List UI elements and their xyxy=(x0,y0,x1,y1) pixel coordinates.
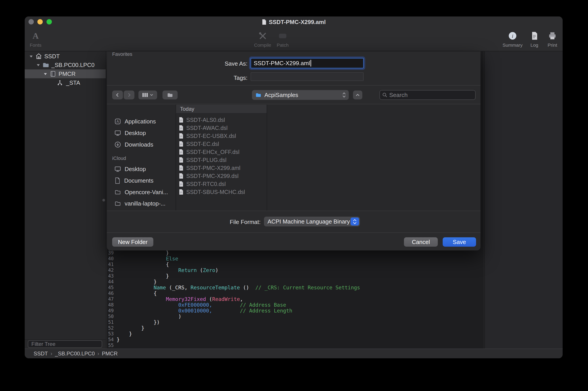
code-lines[interactable]: } Else { Return (Zero) } } Name (_CRS, R… xyxy=(117,250,479,348)
file-row[interactable]: SSDT-EHCx_OFF.dsl xyxy=(176,148,267,156)
maciasl-window: SSDT-PMC-X299.aml A Fonts Compile Patch xyxy=(25,16,563,358)
log-icon xyxy=(530,31,539,41)
tags-label: Tags: xyxy=(107,75,247,81)
search-input[interactable] xyxy=(389,92,473,98)
tree-item-label: PMCR xyxy=(59,71,76,77)
column-view-icon xyxy=(142,92,148,98)
file-row[interactable]: SSDT-SBUS-MCHC.dsl xyxy=(176,188,267,196)
window-title-area: SSDT-PMC-X299.aml xyxy=(25,18,563,26)
search-field[interactable] xyxy=(379,90,475,100)
file-format-popup[interactable]: ACPI Machine Language Binary xyxy=(264,217,360,226)
document-icon xyxy=(179,133,184,139)
sheet-divider xyxy=(107,85,480,86)
sidebar-item-downloads[interactable]: Downloads xyxy=(107,139,175,150)
file-format-value: ACPI Machine Language Binary xyxy=(267,218,350,225)
toolbar-patch-label: Patch xyxy=(277,42,289,48)
file-row[interactable]: SSDT-PMC-X299.aml xyxy=(176,164,267,172)
editor-side-panel xyxy=(484,51,563,349)
downloads-icon xyxy=(115,141,121,148)
file-row[interactable]: SSDT-EC.dsl xyxy=(176,140,267,148)
sheet-divider xyxy=(107,211,480,211)
favorite-label: Documents xyxy=(124,177,154,184)
ssdt-tree-sidebar: SSDT _SB.PC00.LPC0 PMCR xyxy=(25,51,106,349)
sidebar-item-applications[interactable]: A Applications xyxy=(107,116,175,127)
file-name: SSDT-RTC0.dsl xyxy=(186,181,226,187)
file-row[interactable]: SSDT-EC-USBX.dsl xyxy=(176,132,267,140)
definition-block-icon xyxy=(35,53,42,60)
disclosure-triangle[interactable] xyxy=(29,54,34,59)
file-row[interactable]: SSDT-AWAC.dsl xyxy=(176,124,267,132)
sidebar-item-vanilla-folder[interactable]: vanilla-laptop-... xyxy=(107,198,175,209)
toolbar-fonts[interactable]: A Fonts xyxy=(25,31,48,48)
file-row[interactable]: SSDT-PMC-X299.dsl xyxy=(176,172,267,180)
tree-item-ssdt[interactable]: SSDT xyxy=(25,52,106,61)
save-button[interactable]: Save xyxy=(443,237,476,247)
chevron-up-icon xyxy=(353,219,356,221)
file-row[interactable]: SSDT-ALS0.dsl xyxy=(176,116,267,124)
folder-icon xyxy=(167,92,173,98)
desktop-icon xyxy=(115,130,121,136)
toolbar-compile-label: Compile xyxy=(254,42,271,48)
compile-icon xyxy=(258,31,267,41)
sidebar-item-icloud-desktop[interactable]: Desktop xyxy=(107,163,175,175)
filter-tree-field[interactable] xyxy=(28,340,102,348)
favorite-label: Desktop xyxy=(125,166,146,173)
view-mode-button[interactable] xyxy=(138,91,157,99)
new-folder-button[interactable]: New Folder xyxy=(112,237,153,247)
document-icon xyxy=(179,117,184,123)
cancel-label: Cancel xyxy=(412,239,430,246)
tree-item-pmcr[interactable]: PMCR xyxy=(25,69,106,78)
text-caret xyxy=(311,60,311,67)
file-format-label: File Format: xyxy=(107,219,261,225)
column-divider xyxy=(267,104,267,211)
svg-text:i: i xyxy=(512,33,513,39)
folder-icon xyxy=(115,201,121,206)
toolbar-patch[interactable]: Patch xyxy=(270,31,295,48)
icloud-header: iCloud xyxy=(112,155,126,161)
file-name: SSDT-AWAC.dsl xyxy=(186,125,228,131)
file-row[interactable]: SSDT-RTC0.dsl xyxy=(176,180,267,188)
fonts-icon: A xyxy=(32,31,38,41)
favorite-label: Downloads xyxy=(125,141,153,148)
file-name: SSDT-PMC-X299.dsl xyxy=(186,173,238,179)
window-title: SSDT-PMC-X299.aml xyxy=(269,19,326,26)
document-icon xyxy=(179,125,184,131)
forward-button[interactable] xyxy=(124,91,134,99)
sidebar-item-documents[interactable]: Documents xyxy=(107,175,175,186)
toolbar-fonts-label: Fonts xyxy=(30,42,42,48)
file-list: SSDT-ALS0.dsl SSDT-AWAC.dsl xyxy=(176,116,267,196)
file-name: SSDT-ALS0.dsl xyxy=(186,117,225,123)
chevron-right-icon xyxy=(127,93,131,98)
document-icon xyxy=(179,165,184,171)
favorite-label: Applications xyxy=(125,118,156,125)
collapse-panel-button[interactable] xyxy=(353,91,362,99)
filter-tree-input[interactable] xyxy=(31,341,100,347)
toolbar-summary[interactable]: i Summary xyxy=(500,31,525,48)
toolbar-print[interactable]: Print xyxy=(540,31,563,48)
file-row[interactable]: SSDT-PLUG.dsl xyxy=(176,156,267,164)
disclosure-triangle[interactable] xyxy=(36,63,41,67)
patch-icon xyxy=(278,31,288,41)
tags-field[interactable] xyxy=(251,72,364,81)
sheet-divider xyxy=(107,232,480,233)
cancel-button[interactable]: Cancel xyxy=(404,237,438,247)
disclosure-triangle[interactable] xyxy=(43,71,48,76)
tree-item-sta[interactable]: _STA xyxy=(25,78,106,87)
filename-field[interactable]: SSDT-PMC-X299.aml xyxy=(251,58,364,68)
device-icon xyxy=(50,71,56,77)
file-name: SSDT-PMC-X299.aml xyxy=(186,165,240,171)
search-icon xyxy=(382,92,387,98)
back-button[interactable] xyxy=(112,91,123,99)
popup-stepper xyxy=(351,217,359,225)
splitter-handle[interactable] xyxy=(102,199,105,201)
sidebar-item-opencore-folder[interactable]: Opencore-Vani... xyxy=(107,186,175,198)
tree-item-label: _STA xyxy=(66,79,80,86)
tree-item-label: _SB.PC00.LPC0 xyxy=(51,62,95,69)
sidebar-item-desktop[interactable]: Desktop xyxy=(107,127,175,139)
file-name: SSDT-EC.dsl xyxy=(186,141,219,147)
tree-item-sb-pc00-lpc0[interactable]: _SB.PC00.LPC0 xyxy=(25,61,106,69)
svg-text:A: A xyxy=(117,119,119,123)
new-folder-label: New Folder xyxy=(118,239,147,246)
location-popup[interactable]: AcpiSamples xyxy=(252,90,349,100)
new-folder-icon-button[interactable] xyxy=(162,91,178,99)
